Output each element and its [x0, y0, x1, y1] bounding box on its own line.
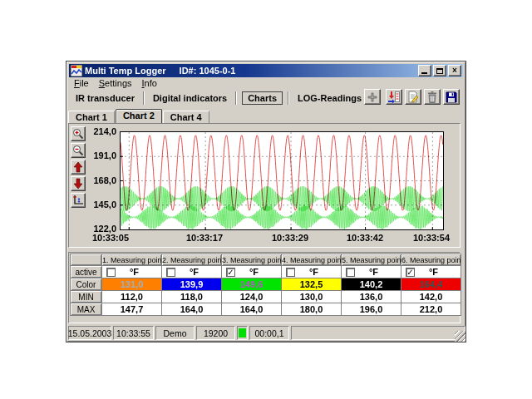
status-connection-indicator [237, 326, 248, 340]
x-tick-label: 10:33:54 [406, 233, 456, 243]
color-value-3: 149,6 [222, 278, 282, 291]
edit-log-button[interactable] [405, 89, 421, 105]
active-cell-6: °F [401, 266, 461, 278]
window-id-label: ID#: 1045-0-1 [180, 66, 236, 76]
min-value-4: 130,0 [282, 291, 342, 303]
center-cursor-button[interactable] [364, 89, 381, 105]
status-date: 15.05.2003 [68, 326, 111, 340]
active-cell-3: °F [222, 266, 282, 278]
status-bar: 15.05.2003 10:33:55 Demo 19200 00:00,1 [68, 326, 466, 340]
edit-page-icon [406, 91, 420, 104]
active-checkbox-1[interactable] [106, 268, 116, 277]
column-header-2: 2. Measuring point [162, 254, 222, 266]
status-mode: Demo [155, 326, 195, 340]
temperature-chart [121, 132, 443, 229]
maximize-icon [436, 68, 443, 74]
transfer-data-button[interactable] [386, 89, 402, 105]
tab-chart-4[interactable]: Chart 4 [163, 111, 209, 123]
app-icon [71, 65, 82, 76]
min-row: MIN 112,0 118,0 124,0 130,0 136,0 142,0 [71, 291, 461, 303]
close-button[interactable]: × [448, 65, 461, 76]
section-charts[interactable]: Charts [242, 91, 283, 105]
toolbar-separator [288, 91, 289, 105]
unit-label: °F [295, 267, 332, 277]
x-tick-label: 10:33:29 [265, 233, 315, 243]
x-tick-label: 10:33:17 [180, 233, 229, 243]
unit-label: °F [355, 267, 392, 277]
chart-panel: 214,0 191,0 168,0 145,0 122,0 10:33:05 1… [68, 123, 461, 248]
active-checkbox-4[interactable] [286, 268, 295, 277]
toolbar-separator [235, 91, 237, 105]
section-log-readings[interactable]: LOG-Readings [291, 91, 368, 105]
tab-chart-2[interactable]: Chart 2 [116, 109, 162, 123]
section-digital-indicators[interactable]: Digital indicators [146, 91, 234, 105]
unit-label: °F [175, 267, 213, 277]
active-cell-5: °F [342, 266, 401, 278]
minimize-button[interactable] [418, 65, 431, 76]
maximize-button[interactable] [433, 65, 446, 76]
chart-tab-bar: Chart 1 Chart 2 Chart 4 [68, 109, 210, 123]
color-value-6: 164,4 [401, 278, 461, 291]
save-icon [445, 91, 458, 104]
section-ir-transducer[interactable]: IR transducer [69, 91, 141, 105]
chart-plot-area [120, 131, 444, 230]
active-cell-2: °F [162, 266, 222, 278]
row-header-max: MAX [71, 303, 102, 316]
max-value-5: 196,0 [342, 303, 401, 316]
active-cell-1: °F [102, 266, 162, 278]
scroll-up-button[interactable] [71, 160, 86, 175]
max-value-6: 212,0 [401, 303, 461, 316]
max-value-4: 180,0 [282, 303, 342, 316]
min-value-2: 118,0 [162, 291, 222, 303]
column-header-4: 4. Measuring point [282, 254, 342, 266]
unit-label: °F [415, 267, 452, 277]
menu-file[interactable]: File [69, 78, 94, 88]
min-value-1: 112,0 [102, 291, 162, 303]
section-toolbar: IR transducer Digital indicators Charts … [69, 89, 463, 107]
center-plus-icon [367, 92, 377, 102]
transfer-data-icon [387, 91, 401, 104]
min-value-5: 136,0 [342, 291, 401, 303]
row-header-active: active [71, 266, 102, 278]
column-header-1: 1. Measuring point [102, 254, 162, 266]
y-tick-label: 168,0 [82, 175, 116, 185]
color-value-1: 131,0 [102, 278, 162, 291]
menu-settings[interactable]: Settings [94, 78, 137, 88]
active-checkbox-3[interactable] [226, 268, 235, 277]
status-elapsed-time: 00:00,1 [249, 326, 289, 340]
min-value-6: 142,0 [401, 291, 461, 303]
color-value-2: 139,9 [162, 278, 222, 291]
max-value-1: 147,7 [102, 303, 162, 316]
active-checkbox-5[interactable] [346, 268, 355, 277]
menu-bar: File Settings Info [69, 77, 463, 89]
arrow-up-icon [72, 161, 84, 173]
active-checkbox-6[interactable] [406, 268, 415, 277]
window-title: Multi Temp Logger [85, 66, 166, 76]
minimize-icon [421, 72, 427, 74]
table-header-row: 1. Measuring point 2. Measuring point 3.… [71, 254, 461, 266]
active-row: active °F °F °F °F °F °F [71, 266, 461, 278]
row-header-min: MIN [71, 291, 102, 303]
color-value-4: 132,5 [282, 278, 342, 291]
unit-label: °F [116, 267, 153, 277]
menu-info[interactable]: Info [137, 78, 162, 88]
tab-chart-1[interactable]: Chart 1 [68, 111, 115, 123]
x-tick-label: 10:33:05 [86, 233, 135, 243]
app-window: Multi Temp Logger ID#: 1045-0-1 × File S… [66, 61, 466, 342]
resize-grip[interactable] [455, 331, 466, 342]
trash-icon [426, 91, 439, 104]
save-button[interactable] [443, 89, 460, 105]
connection-led-icon [239, 328, 246, 337]
delete-button[interactable] [424, 89, 441, 105]
active-checkbox-2[interactable] [166, 268, 175, 277]
max-value-3: 164,0 [222, 303, 282, 316]
close-icon: × [452, 66, 457, 75]
unit-label: °F [235, 267, 273, 277]
toolbar-separator [143, 91, 145, 105]
title-bar: Multi Temp Logger ID#: 1045-0-1 × [69, 64, 463, 77]
status-time: 10:33:55 [113, 326, 154, 340]
y-tick-label: 191,0 [82, 150, 116, 160]
status-filler [291, 326, 466, 340]
color-row: Color 131,0 139,9 149,6 132,5 140,2 164,… [71, 278, 461, 291]
measuring-point-table-panel: 1. Measuring point 2. Measuring point 3.… [68, 252, 461, 323]
